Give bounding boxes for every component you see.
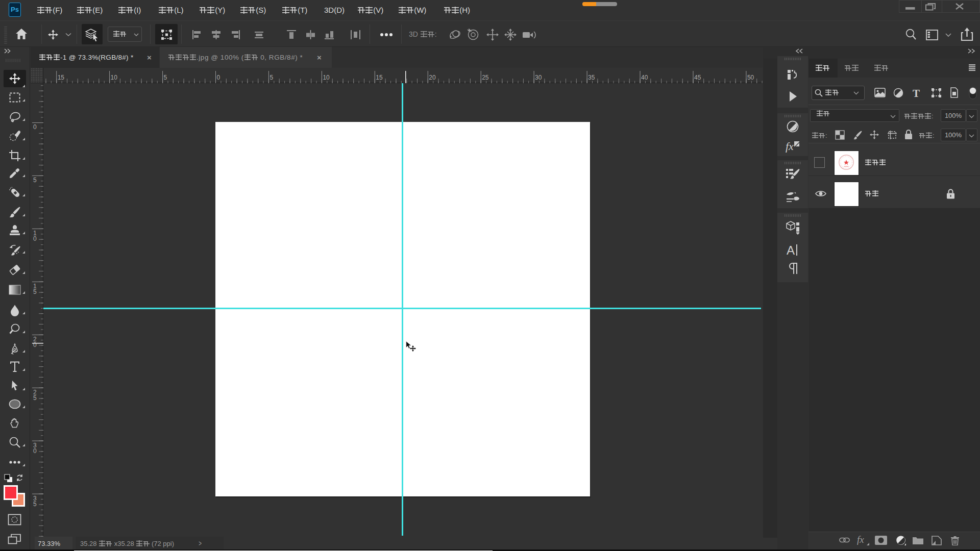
- svg-text:40: 40: [641, 74, 648, 81]
- svg-text:30: 30: [535, 74, 542, 81]
- svg-text:10: 10: [323, 74, 330, 81]
- svg-text:15: 15: [376, 74, 383, 81]
- svg-text:5: 5: [33, 394, 37, 402]
- svg-text:5: 5: [33, 177, 37, 184]
- svg-text:50: 50: [747, 74, 754, 81]
- svg-text:0: 0: [33, 447, 37, 455]
- svg-text:5: 5: [164, 74, 167, 81]
- svg-text:0: 0: [33, 235, 37, 242]
- svg-text:5: 5: [270, 74, 273, 81]
- svg-text:fx: fx: [786, 140, 794, 153]
- svg-text:0: 0: [217, 74, 220, 81]
- svg-text:15: 15: [58, 74, 65, 81]
- svg-text:25: 25: [482, 74, 489, 81]
- svg-text:10: 10: [111, 74, 118, 81]
- svg-text:A: A: [787, 243, 795, 257]
- svg-text:5: 5: [33, 288, 37, 295]
- svg-text:35: 35: [588, 74, 595, 81]
- svg-text:0: 0: [33, 123, 37, 131]
- svg-text:0: 0: [33, 341, 37, 348]
- svg-text:20: 20: [429, 74, 436, 81]
- svg-text:5: 5: [33, 500, 37, 508]
- svg-text:fx: fx: [857, 535, 864, 545]
- svg-text:45: 45: [694, 74, 701, 81]
